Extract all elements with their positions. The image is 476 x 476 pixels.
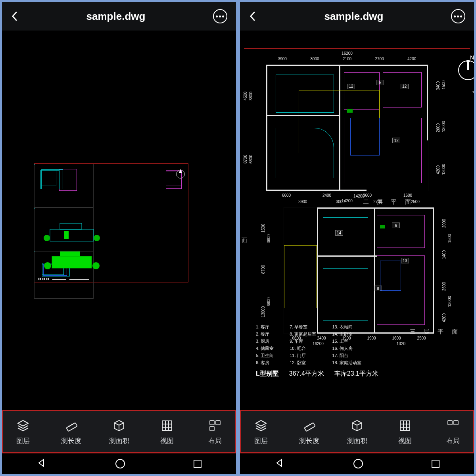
- svg-point-4: [94, 235, 100, 241]
- tool-label: 测长度: [61, 436, 81, 445]
- grid-icon: [160, 419, 174, 432]
- more-menu-icon[interactable]: [451, 9, 465, 23]
- svg-point-7: [44, 262, 51, 269]
- scale-label: 1M: [472, 90, 474, 94]
- svg-point-3: [44, 235, 50, 241]
- room-number: 13: [401, 258, 409, 263]
- android-navbar: [240, 453, 474, 474]
- dim-left-outer: 1500870013000: [261, 207, 269, 334]
- tool-label: 测面积: [347, 436, 367, 445]
- more-menu-icon[interactable]: [213, 9, 227, 23]
- nav-back-icon[interactable]: [274, 458, 285, 470]
- floor-plan-2: 16200 39003000210027004200 36006600 4500…: [266, 64, 428, 191]
- grid-icon: [398, 419, 412, 432]
- compass-icon: [176, 170, 185, 178]
- north-label: N: [470, 54, 474, 61]
- bottom-toolbar: 图层 测长度 测面积 视图 布局: [2, 410, 236, 453]
- room-number: 12: [347, 84, 355, 89]
- svg-rect-0: [50, 229, 94, 241]
- back-icon[interactable]: [249, 11, 257, 22]
- tool-layers[interactable]: 图层: [247, 419, 275, 445]
- back-icon[interactable]: [11, 11, 19, 22]
- ruler-icon: [302, 419, 316, 432]
- building-type: L型别墅: [256, 370, 279, 378]
- layers-icon: [254, 419, 268, 432]
- room-number: 6: [392, 223, 400, 228]
- cube-icon: [350, 419, 364, 432]
- nav-recent-icon[interactable]: [194, 460, 202, 468]
- file-title: sample.dwg: [324, 10, 384, 23]
- cad-drawing: N 1M 面 16200 39003000210027004200 360066…: [244, 48, 470, 402]
- room-number: 14: [335, 230, 343, 236]
- dim-right-outer: 150013000: [447, 207, 455, 334]
- app-header: sample.dwg: [240, 2, 474, 31]
- room-number: 5: [376, 80, 384, 85]
- nav-home-icon[interactable]: [115, 459, 125, 468]
- drawing-viewport[interactable]: N 1M 面 16200 39003000210027004200 360066…: [240, 31, 474, 410]
- room-legend: 1. 客厅2. 餐厅3. 厨房4. 储藏室5. 卫生间6. 客房 7. 早餐室8…: [256, 324, 458, 378]
- tool-layout[interactable]: 布局: [439, 419, 467, 445]
- tool-label: 视图: [160, 436, 174, 445]
- tool-label: 图层: [254, 436, 268, 445]
- svg-rect-18: [210, 420, 214, 425]
- nav-home-icon[interactable]: [353, 459, 363, 468]
- tool-label: 测长度: [299, 436, 319, 445]
- tool-layout[interactable]: 布局: [201, 419, 229, 445]
- dim-top: 3900300027002500: [284, 200, 434, 206]
- drawing-viewport[interactable]: ▮▮ ▮▮ ▮▮▬▬▬▬▬▬▬▬▬▬▬▬: [2, 31, 236, 410]
- svg-rect-13: [162, 421, 172, 430]
- tool-measure-area[interactable]: 测面积: [343, 419, 371, 445]
- svg-rect-1: [60, 223, 82, 229]
- cube-icon: [112, 419, 126, 432]
- app-header: sample.dwg: [2, 2, 236, 31]
- android-navbar: [2, 453, 236, 474]
- svg-rect-30: [448, 420, 452, 425]
- svg-rect-19: [216, 420, 220, 425]
- dim-right-outer: 15001300013000: [441, 65, 449, 191]
- layout-icon: [208, 419, 222, 432]
- svg-rect-20: [210, 426, 214, 431]
- bottom-toolbar: 图层 测长度 测面积 视图 布局: [240, 410, 474, 453]
- svg-rect-31: [454, 420, 458, 425]
- tool-label: 布局: [446, 436, 460, 445]
- layers-icon: [16, 419, 30, 432]
- cutoff-char: 面: [242, 237, 247, 244]
- tool-layers[interactable]: 图层: [9, 419, 37, 445]
- right-screenshot: sample.dwg N 1M 面 16200 3900300021002700…: [238, 0, 476, 476]
- drawing-thumbnail: ▮▮ ▮▮ ▮▮▬▬▬▬▬▬▬▬▬▬▬▬: [34, 163, 188, 282]
- layout-icon: [446, 419, 460, 432]
- nav-back-icon[interactable]: [36, 458, 47, 470]
- tool-measure-area[interactable]: 测面积: [105, 419, 133, 445]
- thumb-footer: ▮▮ ▮▮ ▮▮▬▬▬▬▬▬▬▬▬▬▬▬: [38, 273, 184, 280]
- room-number: 12: [392, 138, 400, 143]
- room-number: 8: [374, 286, 382, 291]
- ruler-icon: [64, 419, 78, 432]
- svg-point-8: [92, 262, 100, 269]
- svg-rect-25: [400, 421, 410, 430]
- tool-measure-length[interactable]: 测长度: [295, 419, 323, 445]
- nav-recent-icon[interactable]: [432, 460, 440, 468]
- total-area: 367.4平方米: [289, 370, 324, 378]
- left-screenshot: sample.dwg: [0, 0, 238, 476]
- room-number: 12: [401, 84, 409, 89]
- garage-area: 车库23.1平方米: [334, 370, 378, 378]
- tool-label: 图层: [16, 436, 30, 445]
- svg-rect-2: [64, 231, 69, 239]
- tool-measure-length[interactable]: 测长度: [57, 419, 85, 445]
- tool-label: 视图: [398, 436, 412, 445]
- dim-top: 39003000210027004200: [266, 57, 428, 63]
- dim-left-outer: 45008700: [243, 65, 251, 191]
- floor-plan-3: 14200 3900300027002500 36006600 15008700…: [284, 207, 434, 334]
- tool-label: 测面积: [109, 436, 129, 445]
- svg-rect-5: [52, 256, 92, 268]
- tool-view[interactable]: 视图: [391, 419, 419, 445]
- tool-label: 布局: [208, 436, 222, 445]
- svg-rect-6: [60, 251, 80, 256]
- file-title: sample.dwg: [86, 10, 146, 23]
- tool-view[interactable]: 视图: [153, 419, 181, 445]
- compass-icon: [458, 60, 474, 80]
